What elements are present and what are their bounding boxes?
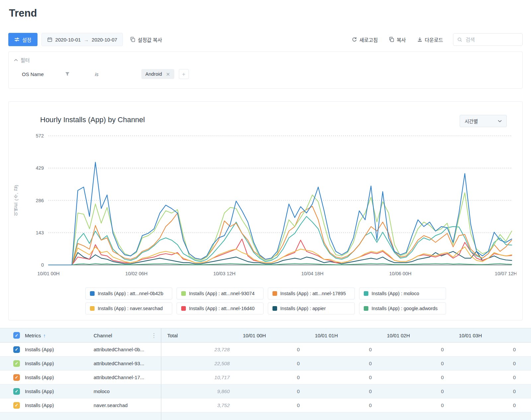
legend-item[interactable]: Installs (App) : att...nnel-16d40 bbox=[177, 302, 264, 314]
row-checkbox[interactable]: ✓ bbox=[13, 346, 20, 353]
download-icon bbox=[417, 37, 422, 42]
legend-row: Installs (App) : att...nnel-0b42bInstall… bbox=[85, 288, 446, 299]
refresh-label: 새로고침 bbox=[359, 36, 378, 43]
row-checkbox[interactable]: ✓ bbox=[13, 360, 20, 367]
metric-cell: Installs (App) bbox=[25, 357, 94, 370]
x-tick-label: 10/01 00H bbox=[38, 271, 60, 276]
total-cell: 3,752 bbox=[161, 398, 234, 412]
table-row-partial bbox=[0, 412, 531, 420]
channel-cell: attributedChannel-17... bbox=[94, 371, 161, 384]
copy-button[interactable]: 복사 bbox=[388, 33, 407, 46]
legend-label: Installs (App) : appier bbox=[280, 306, 326, 311]
add-filter-value-button[interactable]: + bbox=[179, 69, 189, 79]
filter-field-label[interactable]: OS Name bbox=[22, 71, 65, 77]
copy-settings-label: 설정값 복사 bbox=[138, 36, 162, 43]
row-checkbox[interactable]: ✓ bbox=[13, 402, 20, 409]
toolbar: 설정 2020-10-01 → 2020-10-07 설정값 복사 bbox=[8, 33, 523, 46]
search-input[interactable] bbox=[465, 37, 531, 43]
legend-item[interactable]: Installs (App) : att...nnel-0b42b bbox=[85, 288, 172, 299]
x-tick-label: 10/04 18H bbox=[301, 271, 324, 276]
hour-value-cell: 0 bbox=[450, 357, 522, 370]
legend-swatch bbox=[364, 291, 368, 296]
legend-label: Installs (App) : att...nnel-17895 bbox=[280, 291, 346, 296]
legend-label: Installs (App) : att...nnel-0b42b bbox=[98, 291, 163, 296]
copy-icon bbox=[130, 37, 135, 42]
filter-operator[interactable]: is bbox=[95, 71, 131, 77]
metrics-column-header[interactable]: Metrics↑ bbox=[25, 328, 94, 342]
y-tick-label: 143 bbox=[36, 230, 44, 235]
x-tick-label: 10/07 12H bbox=[495, 271, 516, 276]
hour-value-cell: 0 bbox=[378, 384, 450, 398]
channel-cell bbox=[94, 412, 161, 420]
legend-label: Installs (App) : google.adwords bbox=[372, 306, 438, 311]
filter-value-chip[interactable]: Android ✕ bbox=[141, 69, 174, 79]
channel-column-header[interactable]: Channel⋮ bbox=[94, 328, 161, 342]
legend-swatch bbox=[272, 306, 277, 311]
table-header-row: ✓Metrics↑Channel⋮Total10/01 00H10/01 01H… bbox=[0, 328, 531, 343]
column-options-icon[interactable]: ⋮ bbox=[151, 332, 157, 339]
chart-title: Hourly Installs (App) by Channel bbox=[40, 116, 145, 124]
hour-value-cell: 0 bbox=[378, 357, 450, 370]
row-checkbox-cell: ✓ bbox=[0, 384, 25, 398]
refresh-button[interactable]: 새로고침 bbox=[350, 33, 379, 46]
download-label: 다운로드 bbox=[425, 36, 443, 43]
hour-value-cell: 0 bbox=[306, 371, 378, 384]
table-row: ✓Installs (App)naver.searchad3,7520000 bbox=[0, 398, 531, 412]
total-cell: 23,728 bbox=[161, 343, 234, 356]
row-checkbox-cell: ✓ bbox=[0, 398, 25, 412]
x-tick-label: 10/03 12H bbox=[213, 271, 236, 276]
funnel-icon[interactable] bbox=[65, 72, 70, 76]
legend-item[interactable]: Installs (App) : att...nnel-93074 bbox=[177, 288, 264, 299]
row-checkbox-cell bbox=[0, 412, 25, 420]
row-checkbox[interactable]: ✓ bbox=[13, 388, 20, 395]
x-tick-label: 10/06 00H bbox=[389, 271, 412, 276]
legend-swatch bbox=[90, 291, 95, 296]
hour-value-cell: 0 bbox=[306, 357, 378, 370]
legend-item[interactable]: Installs (App) : google.adwords bbox=[359, 302, 446, 314]
y-tick-label: 286 bbox=[36, 198, 44, 203]
y-tick-label: 0 bbox=[41, 262, 44, 268]
arrow-right-icon: → bbox=[84, 37, 89, 42]
y-tick-label: 572 bbox=[36, 133, 44, 138]
legend-item[interactable]: Installs (App) : appier bbox=[268, 302, 355, 314]
legend-label: Installs (App) : att...nnel-16d40 bbox=[189, 306, 255, 311]
table-row: ✓Installs (App)attributedChannel-0b...23… bbox=[0, 343, 531, 357]
legend-item[interactable]: Installs (App) : moloco bbox=[359, 288, 446, 299]
channel-cell: moloco bbox=[94, 384, 161, 398]
table-row: ✓Installs (App)attributedChannel-17...10… bbox=[0, 371, 531, 384]
legend-label: Installs (App) : att...nnel-93074 bbox=[189, 291, 255, 296]
hour-value-cell: 0 bbox=[306, 343, 378, 356]
settings-button[interactable]: 설정 bbox=[8, 33, 38, 46]
page-title: Trend bbox=[9, 7, 37, 19]
filter-panel: 필터 OS Name is Android ✕ + bbox=[8, 51, 523, 89]
series-line bbox=[48, 206, 512, 265]
hour-value-cell: 0 bbox=[378, 371, 450, 384]
copy-settings-button[interactable]: 설정값 복사 bbox=[129, 33, 163, 46]
total-cell: 10,717 bbox=[161, 371, 234, 384]
metric-cell bbox=[25, 412, 94, 420]
row-checkbox-cell: ✓ bbox=[0, 371, 25, 384]
refresh-icon bbox=[352, 37, 357, 42]
hour-value-cell: 0 bbox=[450, 371, 522, 384]
download-button[interactable]: 다운로드 bbox=[416, 33, 444, 46]
select-all-checkbox[interactable]: ✓ bbox=[13, 332, 20, 339]
date-start: 2020-10-01 bbox=[55, 37, 81, 42]
search-icon bbox=[457, 37, 462, 42]
legend-item[interactable]: Installs (App) : att...nnel-17895 bbox=[268, 288, 355, 299]
header-checkbox-cell: ✓ bbox=[0, 328, 25, 342]
table-row: ✓Installs (App)moloco9,8600000 bbox=[0, 384, 531, 398]
row-checkbox-cell: ✓ bbox=[0, 343, 25, 356]
row-checkbox[interactable]: ✓ bbox=[13, 374, 20, 381]
hour-value-cell: 0 bbox=[378, 398, 450, 412]
hour-value-cell: 0 bbox=[234, 371, 306, 384]
granularity-select[interactable]: 시간별 bbox=[460, 115, 507, 127]
calendar-icon bbox=[47, 37, 52, 42]
filter-collapse-toggle[interactable]: 필터 bbox=[14, 56, 30, 63]
sort-ascending-icon[interactable]: ↑ bbox=[43, 333, 46, 338]
x-tick-label: 10/02 06H bbox=[125, 271, 148, 276]
close-icon[interactable]: ✕ bbox=[166, 72, 170, 77]
legend-swatch bbox=[364, 306, 368, 311]
legend-item[interactable]: Installs (App) : naver.searchad bbox=[85, 302, 172, 314]
date-range-picker[interactable]: 2020-10-01 → 2020-10-07 bbox=[41, 33, 123, 46]
settings-button-label: 설정 bbox=[22, 36, 32, 43]
